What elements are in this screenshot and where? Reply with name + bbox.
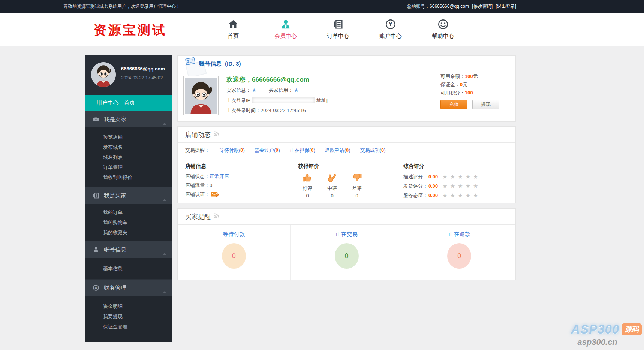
watermark-domain: asp300.cn: [571, 337, 624, 347]
panel-title: 买家提醒: [185, 212, 211, 221]
shop-dynamics-panel: 店铺动态 交易提醒： 等待付款0 需要过户0 正在担保0 退款申请0 交易成功0…: [177, 126, 516, 203]
thumb-down-icon: [351, 179, 362, 184]
shop-traffic-value: 0: [210, 181, 212, 190]
sidebar-item-publish-domain[interactable]: 发布域名: [85, 142, 172, 152]
topbar-account-area: 您的账号：66666666@qq.com [修改密码] [退出登录]: [407, 0, 516, 13]
sidebar-section-account-info[interactable]: 帐号信息: [85, 241, 172, 258]
sidebar-item-preview-shop[interactable]: 预览店铺: [85, 132, 172, 142]
nav-item-order-center[interactable]: 订单中心: [312, 13, 364, 46]
nav-label: 帮助中心: [417, 33, 469, 40]
profile-login-time: 2024-03-22 17:45:02: [121, 75, 163, 81]
sidebar-current-page[interactable]: 用户中心 - 首页: [85, 95, 172, 111]
reminder-trade-success[interactable]: 交易成功0: [360, 147, 386, 154]
sidebar-item-received-offers[interactable]: 我收到的报价: [85, 172, 172, 182]
reminder-waiting-payment[interactable]: 等待付款0: [219, 147, 245, 154]
shop-info-column: 店铺信息 店铺状态： 正常开店 店铺流量： 0 店铺认证：: [178, 158, 279, 203]
ok-hand-icon: [326, 179, 338, 184]
recharge-button[interactable]: 充值: [440, 100, 467, 109]
welcome-text: 欢迎您，66666666@qq.com: [226, 75, 328, 85]
panel-title: 店铺动态: [185, 130, 211, 139]
logout-link[interactable]: [退出登录]: [496, 4, 516, 9]
avatar: [91, 62, 116, 87]
site-logo[interactable]: 资源宝测试: [94, 22, 167, 39]
nav-item-member-center[interactable]: 会员中心: [259, 13, 312, 46]
buyer-credit-label: 买家信用：: [268, 85, 293, 95]
sidebar-item-order-manage[interactable]: 订单管理: [85, 162, 172, 172]
shop-status-link[interactable]: 正常开店: [210, 172, 229, 181]
sidebar-item-my-favorites[interactable]: 我的收藏夹: [85, 227, 172, 238]
buyer-col-label[interactable]: 正在退款: [403, 231, 515, 238]
profile-email: 66666666@qq.com: [121, 66, 165, 72]
topbar: 尊敬的资源宝测试域名系统用户，欢迎登录用户管理中心！ 您的账号：66666666…: [0, 0, 644, 13]
sidebar-item-withdraw[interactable]: 我要提现: [85, 311, 172, 322]
rating-count: 0: [298, 193, 317, 199]
seller-submenu: 预览店铺 发布域名 域名列表 订单管理 我收到的报价: [85, 127, 172, 187]
buyer-col-label[interactable]: 正在交易: [291, 231, 403, 238]
buyer-col-trading: 正在交易 0: [290, 225, 403, 281]
account-avatar-frame: [183, 76, 219, 115]
reminder-refund-request[interactable]: 退款申请0: [325, 147, 350, 154]
score-label: 描述评分：: [403, 172, 428, 181]
list-icon: [93, 192, 99, 199]
rating-neutral: 中评 0: [323, 172, 341, 199]
account-panel-header: 账号信息 (ID: 3): [178, 56, 515, 72]
buyer-star-icon: ★: [294, 85, 298, 95]
nav-label: 首页: [207, 33, 259, 40]
account-email: 66666666@qq.com: [430, 4, 469, 9]
account-detail-block: 欢迎您，66666666@qq.com 卖家信息： ★ 买家信用： ★ 上次登录…: [226, 75, 328, 115]
nav-item-home[interactable]: 首页: [207, 13, 259, 46]
trade-reminder-row: 交易提醒： 等待付款0 需要过户0 正在担保0 退款申请0 交易成功0: [178, 143, 515, 158]
sidebar-section-seller[interactable]: 我是卖家: [85, 111, 172, 127]
rating-good: 好评 0: [298, 172, 317, 199]
shop-info-title: 店铺信息: [185, 163, 279, 170]
sidebar-item-my-orders[interactable]: 我的订单: [85, 207, 172, 217]
topbar-welcome-text: 尊敬的资源宝测试域名系统用户，欢迎登录用户管理中心！: [63, 0, 180, 13]
score-value: 0.00: [428, 191, 438, 200]
balance-label: 可用余额：: [440, 73, 465, 79]
sidebar-item-deposit-manage[interactable]: 保证金管理: [85, 322, 172, 332]
deposit-label: 保证金：: [440, 82, 460, 87]
sidebar-item-fund-details[interactable]: 资金明细: [85, 301, 172, 311]
chevron-up-icon: [163, 291, 166, 293]
buyer-panel-header: 买家提醒: [178, 209, 515, 225]
section-label: 帐号信息: [104, 246, 126, 253]
site-header: 资源宝测试 首页 会员中心 订单中心: [0, 13, 644, 46]
sidebar-profile: 66666666@qq.com 2024-03-22 17:45:02: [85, 55, 172, 95]
briefcase-icon: [93, 116, 99, 123]
finance-submenu: 资金明细 我要提现 保证金管理: [85, 296, 172, 342]
chevron-up-icon: [163, 253, 166, 255]
points-value: 100: [465, 90, 473, 96]
rating-count: 0: [347, 193, 366, 199]
balance-unit: 元: [473, 73, 478, 79]
sidebar-section-finance[interactable]: ¥ 财务管理: [85, 279, 172, 296]
seller-star-icon: ★: [252, 85, 256, 95]
rss-icon: [213, 130, 220, 139]
shop-stats-row: 店铺信息 店铺状态： 正常开店 店铺流量： 0 店铺认证：: [178, 158, 515, 203]
sidebar-section-buyer[interactable]: 我是买家: [85, 187, 172, 204]
svg-text:¥: ¥: [95, 286, 97, 290]
withdraw-button[interactable]: 提现: [472, 100, 499, 109]
sidebar-item-my-cart[interactable]: 我的购物车: [85, 217, 172, 227]
nav-item-account-center[interactable]: ¥ 账户中心: [364, 13, 417, 46]
watermark-brand: ASP300: [571, 322, 619, 337]
buyer-reminder-panel: 买家提醒 等待付款 0 正在交易 0 正在退款 0: [177, 208, 516, 280]
finance-yuan-icon: ¥: [93, 284, 99, 291]
nav-item-help-center[interactable]: 帮助中心: [417, 13, 469, 46]
reminder-need-transfer[interactable]: 需要过户0: [255, 147, 280, 154]
sidebar-item-basic-info[interactable]: 基本信息: [85, 263, 172, 274]
score-value: 0.00: [428, 181, 438, 191]
sidebar: 66666666@qq.com 2024-03-22 17:45:02 用户中心…: [85, 55, 172, 342]
panel-title: 账号信息: [199, 56, 222, 72]
shop-status-label: 店铺状态：: [185, 172, 210, 181]
chevron-up-icon: [163, 123, 166, 125]
scores-column: 综合评分 描述评分： 0.00 发货评分： 0.00 服务态度： 0.00: [390, 158, 515, 203]
reminder-in-escrow[interactable]: 正在担保0: [290, 147, 315, 154]
deposit-unit: 元: [463, 82, 467, 87]
buyer-col-label[interactable]: 等待付款: [178, 231, 290, 238]
buyer-count-circle: 0: [335, 243, 359, 269]
sidebar-item-domain-list[interactable]: 域名列表: [85, 152, 172, 162]
nav-label: 订单中心: [312, 33, 364, 40]
shop-cert-label: 店铺认证：: [185, 190, 210, 199]
change-password-link[interactable]: [修改密码]: [472, 4, 493, 9]
watermark-badge: 源码: [622, 323, 642, 335]
